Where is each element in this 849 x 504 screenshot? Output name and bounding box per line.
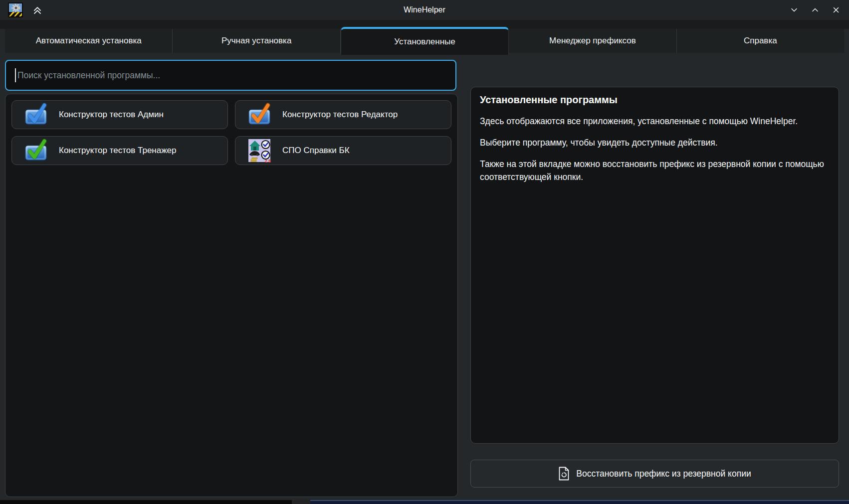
window-title: WineHelper [0,5,849,14]
maximize-button[interactable] [808,3,822,17]
taskbar-segment-dark [0,500,292,504]
tab-installed[interactable]: Установленные [341,27,509,55]
tab-prefix-manager[interactable]: Менеджер префиксов [509,29,676,53]
program-item[interactable]: Конструктор тестов Админ [11,100,228,129]
program-item[interactable]: Конструктор тестов Редактор [235,100,451,129]
search-input[interactable]: Поиск установленной программы... [5,60,456,91]
program-name: Конструктор тестов Тренажер [59,146,176,156]
info-panel: Установленные программы Здесь отображают… [470,87,839,444]
restore-button-label: Восстановить префикс из резервной копии [576,469,751,479]
program-name: Конструктор тестов Админ [59,110,164,120]
checkbox-blue-check-icon [24,103,48,127]
program-name: Конструктор тестов Редактор [282,110,398,120]
window-controls [787,0,843,20]
spo-spravki-bk-icon: 2.5 [247,139,271,163]
tab-auto-install[interactable]: Автоматическая установка [5,29,173,53]
titlebar: WineHelper [0,0,849,20]
info-paragraph: Здесь отображаются все приложения, устан… [480,115,830,128]
taskbar-segment-gray [292,500,310,504]
tab-manual-install[interactable]: Ручная установка [173,29,340,53]
text-caret [15,68,16,82]
program-name: СПО Справки БК [282,146,350,156]
search-placeholder: Поиск установленной программы... [17,70,160,81]
tab-help[interactable]: Справка [677,29,844,53]
taskbar-segment-navy [310,500,849,504]
info-panel-title: Установленные программы [480,94,830,106]
info-paragraph: Также на этой вкладке можно восстановить… [480,158,830,183]
close-button[interactable] [829,3,843,17]
svg-text:2.5: 2.5 [265,159,271,164]
checkbox-green-check-icon [24,139,48,163]
restore-prefix-button[interactable]: Восстановить префикс из резервной копии [470,460,839,488]
taskbar-edge [0,500,849,504]
restore-document-icon [558,467,570,481]
info-paragraph: Выберите программу, чтобы увидеть доступ… [480,136,830,149]
program-item[interactable]: Конструктор тестов Тренажер [11,136,228,165]
tab-bar: Автоматическая установка Ручная установк… [5,29,844,53]
minimize-button[interactable] [787,3,801,17]
program-item[interactable]: 2.5 СПО Справки БК [235,136,451,165]
checkbox-orange-check-icon [247,103,271,127]
installed-programs-panel: Конструктор тестов Админ Конструктор тес… [5,94,458,497]
